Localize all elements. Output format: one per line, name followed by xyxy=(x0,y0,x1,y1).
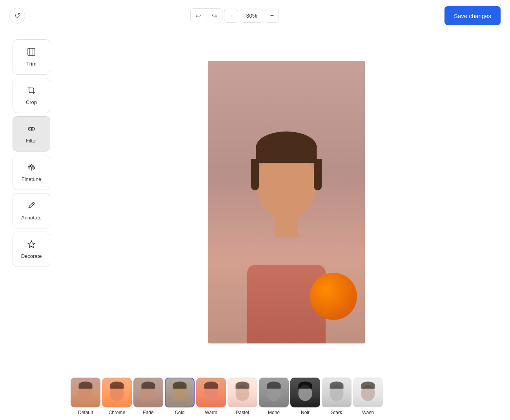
sidebar-item-annotate[interactable]: Annotate xyxy=(13,193,50,228)
filter-label-fade: Fade xyxy=(143,410,153,415)
filter-label-chrome: Chrome xyxy=(109,410,126,415)
filter-item-mono[interactable]: Mono xyxy=(259,378,289,415)
filter-item-fade[interactable]: Fade xyxy=(133,378,163,415)
filter-thumb-chrome xyxy=(102,378,132,407)
photo-background xyxy=(208,61,365,343)
mini-face-default xyxy=(71,378,100,407)
person-hair xyxy=(256,131,317,163)
photo-container xyxy=(208,61,365,343)
filter-item-warm[interactable]: Warm xyxy=(196,378,226,415)
filter-thumb-default xyxy=(71,378,100,407)
filter-icon xyxy=(27,124,36,135)
sidebar-item-crop[interactable]: Crop xyxy=(13,78,50,113)
filter-item-cold[interactable]: Cold xyxy=(165,378,195,415)
mini-face-warm xyxy=(197,378,225,407)
sidebar-item-finetune[interactable]: Finetune xyxy=(13,155,50,190)
filter-thumb-fade xyxy=(133,378,163,407)
mini-face-stark xyxy=(322,378,351,407)
filter-thumb-stark xyxy=(322,378,352,407)
filter-label-mono: Mono xyxy=(268,410,280,415)
person-hair-left xyxy=(251,159,259,190)
decorate-label: Decorate xyxy=(21,253,42,259)
crop-icon xyxy=(27,86,36,97)
svg-point-11 xyxy=(33,167,35,169)
filter-label: Filter xyxy=(26,138,37,144)
sidebar-item-filter[interactable]: Filter xyxy=(13,116,50,152)
filter-thumb-wash xyxy=(353,378,383,407)
mini-face-cold xyxy=(166,378,194,407)
filter-label-default: Default xyxy=(78,410,93,415)
filter-thumb-noir xyxy=(290,378,320,407)
zoom-value: 30% xyxy=(240,9,263,23)
header-left: ↺ xyxy=(9,8,25,24)
filter-thumb-pastel xyxy=(228,378,257,407)
zoom-out-button[interactable]: - xyxy=(224,9,238,23)
crop-label: Crop xyxy=(26,99,37,105)
filter-label-pastel: Pastel xyxy=(236,410,249,415)
mini-face-chrome xyxy=(103,378,131,407)
filter-label-noir: Noir xyxy=(301,410,310,415)
filter-item-pastel[interactable]: Pastel xyxy=(228,378,257,415)
person-hair-right xyxy=(314,159,322,190)
undo-redo-group: ↩ ↪ xyxy=(190,8,222,23)
filter-label-wash: Wash xyxy=(362,410,374,415)
filter-strip: Default Chrome Fade Cold Warm Pastel xyxy=(63,373,510,420)
mini-face-wash xyxy=(354,378,382,407)
undo-button[interactable]: ↩ xyxy=(191,9,206,23)
header: ↺ ↩ ↪ - 30% + Save changes xyxy=(0,0,510,31)
history-button[interactable]: ↺ xyxy=(9,8,25,24)
mini-face-noir xyxy=(291,378,319,407)
sidebar-item-decorate[interactable]: Decorate xyxy=(13,232,50,267)
mini-face-pastel xyxy=(228,378,257,407)
filter-item-stark[interactable]: Stark xyxy=(322,378,352,415)
filter-item-wash[interactable]: Wash xyxy=(353,378,383,415)
save-changes-button[interactable]: Save changes xyxy=(444,6,501,25)
zoom-in-button[interactable]: + xyxy=(265,9,279,23)
filter-label-warm: Warm xyxy=(205,410,217,415)
filter-thumb-mono xyxy=(259,378,289,407)
svg-rect-0 xyxy=(28,48,35,55)
filter-label-stark: Stark xyxy=(331,410,342,415)
decorate-icon xyxy=(27,240,36,251)
header-center: ↩ ↪ - 30% + xyxy=(190,8,279,23)
filter-label-cold: Cold xyxy=(175,410,185,415)
mini-face-mono xyxy=(260,378,288,407)
sidebar: Trim Crop Filter xyxy=(0,31,63,420)
svg-point-10 xyxy=(31,165,33,167)
svg-marker-13 xyxy=(28,241,35,248)
filter-item-noir[interactable]: Noir xyxy=(290,378,320,415)
canvas-area xyxy=(63,31,510,373)
filter-item-default[interactable]: Default xyxy=(71,378,100,415)
trim-label: Trim xyxy=(26,61,36,67)
filter-item-chrome[interactable]: Chrome xyxy=(102,378,132,415)
filter-thumb-warm xyxy=(196,378,226,407)
trim-icon xyxy=(27,47,36,58)
filter-thumb-cold xyxy=(165,378,195,407)
redo-button[interactable]: ↪ xyxy=(206,9,222,23)
annotate-icon xyxy=(27,201,36,212)
mini-face-fade xyxy=(134,378,162,407)
svg-point-9 xyxy=(28,166,30,168)
sidebar-item-trim[interactable]: Trim xyxy=(13,39,50,75)
orange-fruit xyxy=(310,273,357,320)
finetune-label: Finetune xyxy=(22,176,42,182)
annotate-label: Annotate xyxy=(21,215,42,221)
finetune-icon xyxy=(27,163,36,174)
